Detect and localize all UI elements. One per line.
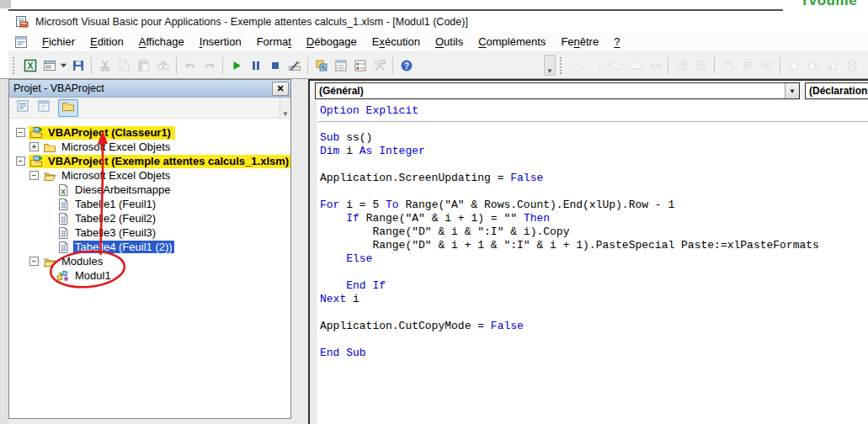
cut-icon [99,59,112,72]
tree-item-tabelle1-feuil1[interactable]: Tabelle1 (Feuil1) [9,197,290,211]
panel-toolbar-overflow-button[interactable]: ▼ [280,98,290,118]
run-button[interactable] [226,56,246,75]
next-bookmark-button [803,56,823,75]
tree-item-label: Tabelle4 (Feuil1 (2)) [73,241,174,253]
menu-fentre[interactable]: Fenêtre [553,33,606,50]
menu-format[interactable]: Format [249,33,299,50]
menu-complments[interactable]: Compléments [471,33,553,50]
toggle-folders-button[interactable] [58,99,78,117]
tree-item-vbaproject-exemple-attentes-calculs-1-xlsm[interactable]: −VBAProject (Exemple attentes calculs_1.… [9,154,290,168]
break-button[interactable] [246,56,265,75]
code-line[interactable]: Application.ScreenUpdating = False [320,172,868,185]
code-line[interactable]: Option Explicit [320,104,868,118]
project-explorer-button[interactable] [312,56,331,75]
close-icon[interactable]: ✕ [272,82,289,96]
toolbar-separator [668,57,668,74]
code-line[interactable]: Else [320,252,868,266]
insert-userform-button[interactable] [40,56,59,75]
code-line[interactable]: End If [320,279,868,293]
tree-item-tabelle3-feuil3[interactable]: Tabelle3 (Feuil3) [9,225,290,240]
toolbar-separator [91,57,92,74]
code-line[interactable] [320,118,868,131]
vba-project-icon [29,155,46,168]
code-text[interactable]: Option Explicit Sub ss()Dim i As Integer… [317,100,868,424]
tree-item-tabelle2-feuil2[interactable]: Tabelle2 (Feuil2) [9,211,290,225]
object-dropdown[interactable]: (Général) ▼ [315,82,800,99]
save-button[interactable] [68,56,88,75]
collapse-icon[interactable]: − [16,128,25,137]
folder-open-icon [43,169,60,183]
background-page-strip: Yvouille [0,0,868,11]
uncomment-block-icon [760,59,774,72]
cut-button [95,56,114,75]
code-line[interactable]: Range("D" & i & ":I" & i).Copy [320,225,868,239]
code-line[interactable]: End Sub [320,347,868,360]
menu-help[interactable]: ? [606,33,627,50]
code-line[interactable]: Application.CutCopyMode = False [320,320,868,333]
object-browser-button[interactable] [350,56,370,75]
parameter-info-button [626,56,645,75]
menu-fichier[interactable]: Fichier [35,33,83,50]
reset-button[interactable] [265,56,285,75]
background-page-text: Yvouille [790,0,867,10]
tree-item-label: Tabelle1 (Feuil1) [73,198,157,210]
tree-item-diesearbeitsmappe[interactable]: XDieseArbeitsmappe [9,183,290,197]
menu-outils[interactable]: Outils [428,33,471,50]
chevron-down-icon[interactable]: ▼ [785,83,799,98]
toolbar-options-button[interactable]: ▼ [544,55,556,76]
collapse-icon[interactable]: − [29,257,39,266]
code-line[interactable]: Range("D" & i + 1 & ":I" & i + 1).PasteS… [320,239,868,252]
toggle-folders-icon [61,99,75,116]
menu-affichage[interactable]: Affichage [131,33,192,50]
code-line[interactable] [320,185,868,199]
code-line[interactable]: For i = 5 To Range("A" & Rows.Count).End… [320,199,868,212]
code-line[interactable] [320,266,868,279]
menu-edition[interactable]: Edition [83,33,131,50]
collapse-icon[interactable]: − [29,171,39,180]
tree-item-microsoft-excel-objets[interactable]: −Microsoft Excel Objets [9,168,290,183]
procedure-dropdown[interactable]: (Déclarations [805,82,868,99]
properties-window-button[interactable] [331,56,350,75]
help-button[interactable]: ? [397,56,416,75]
code-line[interactable]: Sub ss() [320,131,868,145]
code-line[interactable]: If Range("A" & i + 1) = "" Then [320,212,868,225]
tree-item-label: Modul1 [73,269,113,282]
outdent-button [691,56,711,75]
view-object-button[interactable] [34,99,54,117]
tree-item-label: Microsoft Excel Objets [60,169,172,182]
svg-text:A: A [650,61,656,70]
toggle-breakpoint-button [718,56,738,75]
toolbar-gripper[interactable] [560,57,564,74]
code-margin-bar[interactable] [310,100,317,424]
toolbar-gripper[interactable] [13,57,17,74]
menu-bar: FichierEditionAffichageInsertionFormatDé… [8,32,868,52]
tree-item-vbaproject-classeur1[interactable]: −VBAProject (Classeur1) [9,125,290,140]
vbe-window: Yvouille Microsoft Visual Basic pour App… [0,0,868,424]
tree-item-tabelle4-feuil1-2[interactable]: Tabelle4 (Feuil1 (2)) [9,240,290,254]
code-line[interactable] [320,333,868,347]
menu-insertion[interactable]: Insertion [192,33,249,50]
code-line[interactable]: Next i [320,293,868,306]
project-panel-header[interactable]: Projet - VBAProject ✕ [9,80,290,98]
view-code-button[interactable] [13,99,33,117]
vba-project-icon [29,126,46,140]
code-line[interactable]: Dim i As Integer [320,145,868,158]
menu-dbogage[interactable]: Débogage [299,33,365,50]
previous-bookmark-button [823,56,842,75]
code-editor[interactable]: Option Explicit Sub ss()Dim i As Integer… [310,100,868,424]
tree-item-modul1[interactable]: Modul1 [9,268,290,283]
module-window-icon[interactable] [14,35,28,49]
code-line[interactable] [320,306,868,320]
design-mode-button[interactable] [285,56,304,75]
dock-edge [0,78,8,424]
insert-dropdown-caret[interactable] [59,56,68,75]
tree-item-label: DieseArbeitsmappe [73,183,172,196]
tree-item-modules[interactable]: −Modules [9,254,290,268]
expand-icon[interactable]: + [29,142,39,151]
tree-item-microsoft-excel-objets[interactable]: +Microsoft Excel Objets [9,140,290,154]
menu-excution[interactable]: Exécution [365,33,428,50]
view-excel-button[interactable]: X [20,56,40,75]
code-line[interactable] [320,158,868,172]
view-code-icon [16,99,29,116]
collapse-icon[interactable]: − [16,156,25,166]
